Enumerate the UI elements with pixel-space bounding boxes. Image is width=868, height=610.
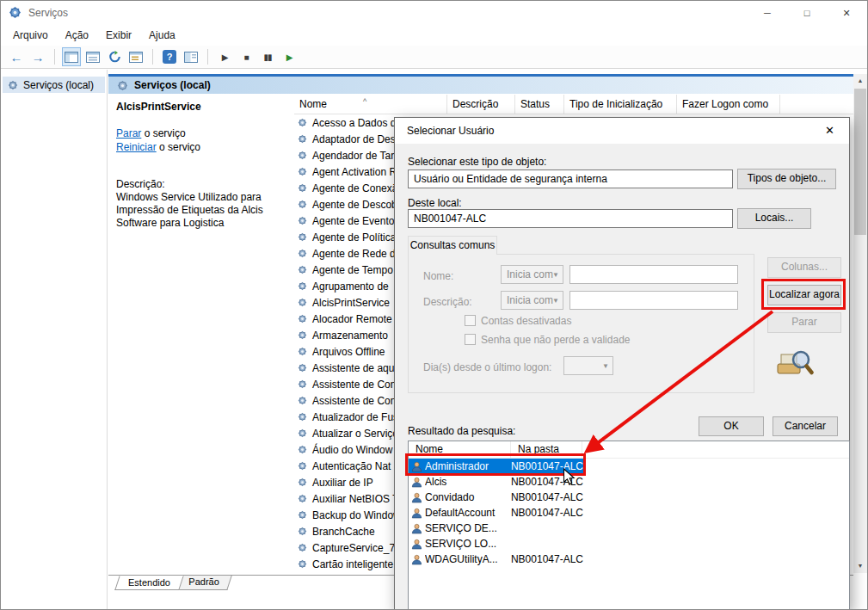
results-column-nome[interactable]: Nome xyxy=(409,441,511,458)
service-gear-icon xyxy=(298,216,307,225)
result-row[interactable]: SERVIÇO DE... xyxy=(409,521,583,536)
help-icon[interactable]: ? xyxy=(160,47,179,66)
result-row[interactable]: Convidado NB001047-ALC xyxy=(409,490,583,505)
service-gear-icon xyxy=(298,363,307,373)
close-icon[interactable]: ✕ xyxy=(827,1,866,25)
location-field[interactable]: NB001047-ALC xyxy=(408,209,733,228)
tab-estendido[interactable]: Estendido xyxy=(114,576,183,590)
service-name: Áudio do Window xyxy=(312,444,392,456)
service-name: Assistente de aqui xyxy=(312,362,397,374)
dialog-close-icon[interactable]: ✕ xyxy=(810,118,849,144)
stop-button[interactable]: Parar xyxy=(767,312,841,333)
name-query-input[interactable] xyxy=(569,265,738,284)
window-controls: ─ □ ✕ xyxy=(748,1,866,25)
result-row[interactable]: SERVIÇO LO... xyxy=(409,536,583,551)
result-name: SERVIÇO DE... xyxy=(425,522,511,534)
dialog-title: Selecionar Usuário xyxy=(407,125,494,137)
service-name: Agente de Eventos xyxy=(312,215,399,227)
services-column-header: Nome ^ Descrição Status Tipo de Iniciali… xyxy=(294,95,853,114)
tab-consultas-comuns[interactable]: Consultas comuns xyxy=(408,236,497,255)
service-name: Agente de Conexã xyxy=(312,182,397,194)
result-row[interactable]: WDAGUtilityA... NB001047-ALC xyxy=(409,551,583,567)
window-title: Serviços xyxy=(28,7,68,19)
scroll-down-icon[interactable]: ▼ xyxy=(853,559,867,573)
service-name: AlcisPrintService xyxy=(312,297,390,309)
column-header-tipo[interactable]: Tipo de Inicialização xyxy=(564,95,677,114)
extended-view-icon[interactable] xyxy=(182,47,200,66)
service-name: Acesso a Dados de xyxy=(312,117,402,129)
description-operator-combo[interactable]: Inicia com▼ xyxy=(501,291,563,310)
service-gear-icon xyxy=(298,347,307,356)
forward-icon[interactable]: → xyxy=(28,47,47,66)
result-row[interactable]: Administrador NB001047-ALC xyxy=(409,459,583,474)
service-gear-icon xyxy=(298,543,307,552)
start-service-icon[interactable]: ▶ xyxy=(215,47,234,66)
search-results-label: Resultado da pesquisa: xyxy=(408,425,515,437)
object-type-field[interactable]: Usuário ou Entidade de segurança interna xyxy=(408,169,733,188)
minimize-icon[interactable]: ─ xyxy=(748,1,787,25)
tree-gear-icon xyxy=(8,80,18,90)
dialog-titlebar: Selecionar Usuário ✕ xyxy=(395,118,849,144)
pause-service-icon[interactable]: ▮▮ xyxy=(258,47,277,66)
find-now-button[interactable]: Localizar agora xyxy=(767,285,841,305)
ok-button[interactable]: OK xyxy=(699,416,764,436)
export-list-icon[interactable] xyxy=(126,47,145,66)
scrollbar-thumb[interactable] xyxy=(854,89,866,235)
object-types-button[interactable]: Tipos de objeto... xyxy=(737,169,836,189)
search-magnifier-icon xyxy=(776,347,814,382)
service-gear-icon xyxy=(298,396,307,405)
non-expiring-password-label: Senha que não perde a validade xyxy=(481,334,630,346)
service-gear-icon xyxy=(298,428,307,438)
service-name: BranchCache xyxy=(312,526,375,538)
column-header-descricao[interactable]: Descrição xyxy=(447,95,515,114)
restart-service-link[interactable]: Reiniciar xyxy=(116,141,157,153)
app-gear-icon xyxy=(9,6,22,22)
properties-icon[interactable] xyxy=(83,47,102,66)
menu-item[interactable]: Ajuda xyxy=(140,25,184,46)
service-name: Cartão inteligente xyxy=(312,558,393,570)
result-row[interactable]: DefaultAccount NB001047-ALC xyxy=(409,505,583,521)
tree-item-services-local[interactable]: Serviços (local) xyxy=(3,77,105,93)
menu-item[interactable]: Ação xyxy=(57,25,97,46)
description-query-input[interactable] xyxy=(569,291,738,310)
toolbar-separator xyxy=(152,49,153,65)
restart-service-suffix: o serviço xyxy=(157,141,200,153)
service-name: Auxiliar de IP xyxy=(312,477,373,489)
result-name: WDAGUtilityA... xyxy=(425,553,511,565)
stop-service-link[interactable]: Parar xyxy=(116,127,141,139)
tab-padrao[interactable]: Padrão xyxy=(175,576,232,590)
name-operator-combo[interactable]: Inicia com▼ xyxy=(501,265,563,284)
service-name: Arquivos Offline xyxy=(312,346,385,358)
select-user-dialog: Selecionar Usuário ✕ Selecionar este tip… xyxy=(394,117,850,610)
service-name: Adaptador de Des xyxy=(312,133,396,145)
search-results-list: Nome Na pasta Administrador NB001047-ALC xyxy=(408,441,850,610)
service-gear-icon xyxy=(298,461,307,471)
days-since-logon-combo[interactable]: ▼ xyxy=(563,356,613,375)
back-icon[interactable]: ← xyxy=(7,47,26,66)
menu-item[interactable]: Arquivo xyxy=(4,25,57,46)
restart-service-icon[interactable]: ▶ xyxy=(280,47,299,66)
titlebar: Serviços ─ □ ✕ xyxy=(1,1,867,25)
disabled-accounts-checkbox[interactable] xyxy=(465,315,476,326)
maximize-icon[interactable]: □ xyxy=(787,1,827,25)
result-name: DefaultAccount xyxy=(425,507,511,519)
column-header-nome[interactable]: Nome ^ xyxy=(294,95,447,114)
non-expiring-password-checkbox[interactable] xyxy=(465,334,476,345)
cancel-button[interactable]: Cancelar xyxy=(773,416,838,436)
service-name: Armazenamento xyxy=(312,330,388,342)
menu-item[interactable]: Exibir xyxy=(97,25,140,46)
vertical-scrollbar[interactable]: ▲ ▼ xyxy=(853,74,867,573)
result-name: SERVIÇO LO... xyxy=(425,538,511,550)
columns-button[interactable]: Colunas... xyxy=(767,257,841,278)
results-column-na-pasta[interactable]: Na pasta xyxy=(511,441,582,458)
locations-button[interactable]: Locais... xyxy=(737,208,811,229)
service-name: Auxiliar NetBIOS T xyxy=(312,493,398,505)
stop-service-icon[interactable]: ■ xyxy=(237,47,255,66)
refresh-icon[interactable] xyxy=(105,47,124,66)
column-header-logon[interactable]: Fazer Logon como xyxy=(677,95,780,114)
column-header-status[interactable]: Status xyxy=(515,95,564,114)
scroll-up-icon[interactable]: ▲ xyxy=(853,74,867,88)
result-row[interactable]: Alcis NB001047-ALC xyxy=(409,474,583,490)
show-console-tree-icon[interactable] xyxy=(62,47,81,66)
user-icon xyxy=(411,477,422,488)
